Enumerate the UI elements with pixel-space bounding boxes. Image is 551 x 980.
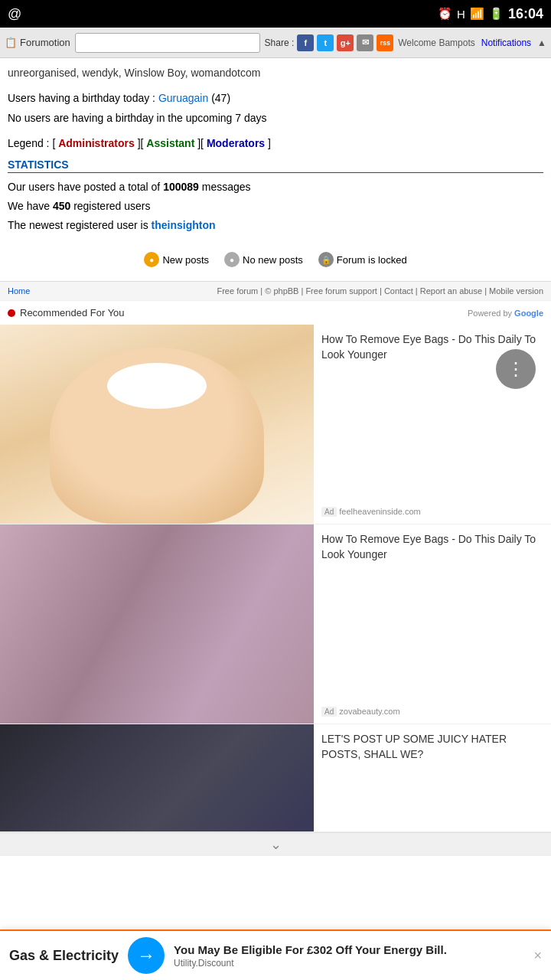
scroll-indicator: ⌄	[0, 832, 551, 856]
legend-admin-label: Administrators	[58, 137, 135, 149]
birthday-line2: No users are having a birthday in the up…	[8, 109, 543, 128]
ad-image-1	[0, 325, 314, 524]
ad-content-3: LET'S POST UP SOME JUICY HATER POSTS, SH…	[314, 724, 551, 831]
users-list-text: unreorganised, wendyk, Winslow Boy, woma…	[8, 67, 260, 79]
forumotion-logo[interactable]: 📋 Forumotion	[5, 37, 70, 48]
share-label: Share :	[265, 38, 295, 48]
stats-line1-suffix: messages	[199, 181, 251, 193]
nav-arrow-icon: ▲	[537, 38, 546, 48]
logo-text: Forumotion	[20, 37, 70, 48]
email-share-icon[interactable]: ✉	[357, 34, 373, 51]
powered-prefix: Powered by	[468, 309, 514, 318]
status-time: 16:04	[508, 6, 543, 22]
stats-title: STATISTICS	[8, 158, 543, 173]
signal-icon: H	[457, 8, 465, 21]
new-posts-label: New posts	[162, 254, 209, 266]
ad-image-2	[0, 524, 314, 724]
stats-section: STATISTICS Our users have posted a total…	[8, 158, 543, 236]
legend-prefix: Legend : [	[8, 137, 58, 149]
forum-legend: ● New posts ● No new posts 🔒 Forum is lo…	[8, 244, 543, 275]
legend-mod-label: Moderators	[207, 137, 265, 149]
locked-icon: 🔒	[318, 252, 334, 267]
at-icon: @	[8, 6, 21, 22]
ad-card-3[interactable]: LET'S POST UP SOME JUICY HATER POSTS, SH…	[0, 724, 551, 832]
ad-header: Recommended For You Powered by Google	[0, 301, 551, 325]
ad-source-1: Ad feelheaveninside.com	[321, 504, 543, 516]
ad-red-dot	[8, 309, 15, 317]
scroll-down-icon: ⌄	[270, 836, 282, 853]
ad-header-left: Recommended For You	[8, 307, 125, 318]
googleplus-share-icon[interactable]: g+	[337, 34, 354, 51]
stats-total-messages: 100089	[163, 181, 199, 193]
welcome-text: Welcome Bampots	[398, 38, 474, 48]
powered-google: Google	[514, 309, 543, 318]
status-bar-right: ⏰ H 📶 🔋 16:04	[438, 6, 543, 22]
ads-section: Recommended For You Powered by Google Ho…	[0, 300, 551, 832]
ad-source-text-1: feelheaveninside.com	[339, 507, 420, 516]
legend-sep1: ][	[135, 137, 147, 149]
search-input[interactable]	[75, 33, 260, 53]
new-posts-legend: ● New posts	[144, 252, 209, 267]
legend-sep2: ][	[194, 137, 207, 149]
stats-line2-suffix: registered users	[70, 200, 150, 212]
no-new-posts-legend: ● No new posts	[224, 252, 303, 267]
network-icon: 📶	[470, 7, 484, 21]
powered-by: Powered by Google	[468, 309, 543, 318]
nav-bar: 📋 Forumotion Share : f t g+ ✉ rss Welcom…	[0, 28, 551, 58]
ad-tag-2: Ad	[321, 707, 337, 717]
locked-label: Forum is locked	[337, 254, 407, 266]
ad-tag-1: Ad	[321, 507, 337, 517]
ad-content-2: How To Remove Eye Bags - Do This Daily T…	[314, 524, 551, 724]
facebook-share-icon[interactable]: f	[297, 34, 314, 51]
stats-registered-count: 450	[53, 200, 70, 212]
ad-source-text-2: zovabeauty.com	[339, 707, 399, 716]
logo-icon: 📋	[5, 37, 17, 48]
footer-links: Free forum | © phpBB | Free forum suppor…	[217, 286, 543, 296]
birthday-user-link[interactable]: Guruagain	[158, 92, 208, 104]
stats-line2-prefix: We have	[8, 200, 53, 212]
no-new-posts-icon: ●	[224, 252, 240, 267]
stats-line3-prefix: The newest registered user is	[8, 219, 152, 231]
newest-user-link[interactable]: theinsighton	[152, 219, 216, 231]
ad-title-2: How To Remove Eye Bags - Do This Daily T…	[321, 532, 543, 562]
share-area: Share : f t g+ ✉ rss	[265, 34, 394, 51]
main-content: unreorganised, wendyk, Winslow Boy, woma…	[0, 58, 551, 281]
alarm-icon: ⏰	[438, 7, 452, 21]
footer-bar: Home Free forum | © phpBB | Free forum s…	[0, 281, 551, 300]
home-link[interactable]: Home	[8, 286, 30, 296]
birthday-prefix: Users having a birthday today :	[8, 92, 158, 104]
birthday-count: (47)	[211, 92, 230, 104]
no-new-posts-label: No new posts	[243, 254, 303, 266]
rss-share-icon[interactable]: rss	[377, 34, 393, 51]
locked-legend: 🔒 Forum is locked	[318, 252, 407, 267]
legend-assistant-label: Assistant	[146, 137, 194, 149]
twitter-share-icon[interactable]: t	[317, 34, 334, 51]
ad-card-1[interactable]: How To Remove Eye Bags - Do This Daily T…	[0, 325, 551, 524]
three-dot-button[interactable]: ⋮	[496, 349, 536, 389]
nav-right: Welcome Bampots Notifications ▲	[398, 38, 546, 48]
battery-icon: 🔋	[489, 7, 504, 21]
legend-section: Legend : [ Administrators ][ Assistant ]…	[8, 137, 543, 149]
status-bar: @ ⏰ H 📶 🔋 16:04	[0, 0, 551, 28]
ad-source-2: Ad zovabeauty.com	[321, 704, 543, 716]
stats-line1-prefix: Our users have posted a total of	[8, 181, 163, 193]
ad-title-3: LET'S POST UP SOME JUICY HATER POSTS, SH…	[321, 732, 543, 762]
new-posts-icon: ●	[144, 252, 159, 267]
legend-suffix: ]	[265, 137, 271, 149]
birthday-section: Users having a birthday today : Guruagai…	[8, 89, 543, 127]
status-bar-left: @	[8, 6, 21, 22]
users-list: unreorganised, wendyk, Winslow Boy, woma…	[8, 64, 543, 81]
ad-card-2[interactable]: How To Remove Eye Bags - Do This Daily T…	[0, 524, 551, 724]
ad-image-3	[0, 724, 314, 831]
recommended-label: Recommended For You	[20, 307, 125, 318]
notifications-link[interactable]: Notifications	[481, 38, 531, 48]
